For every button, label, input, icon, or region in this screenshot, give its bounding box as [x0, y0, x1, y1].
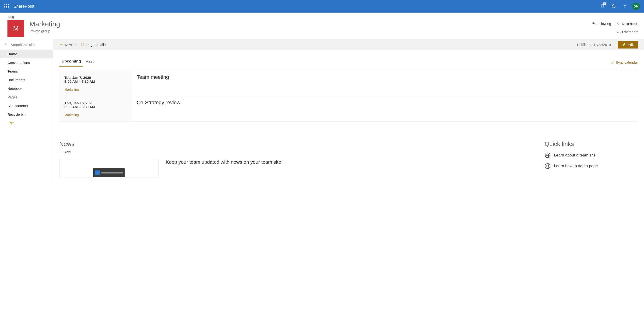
svg-point-0 [613, 6, 614, 7]
nav-teams[interactable]: Teams [0, 67, 53, 75]
nav-notebook[interactable]: Notebook [0, 84, 53, 93]
members-label: 9 members [621, 30, 638, 34]
event-title[interactable]: Q1 Strategy review [137, 100, 180, 121]
edit-page-button[interactable]: Edit [618, 41, 638, 48]
person-icon [616, 30, 620, 34]
quick-link-label: Learn how to add a page [554, 164, 598, 168]
page-details-button[interactable]: Page details [81, 43, 106, 47]
notifications-icon[interactable]: 2 [597, 1, 608, 12]
news-illustration [59, 159, 159, 177]
search-input[interactable] [11, 43, 48, 47]
event-row[interactable]: Thu, Jan 16, 2020 5:00 AM – 5:30 AM Mark… [59, 96, 638, 121]
globe-icon [544, 163, 551, 169]
events-tabs: Upcoming Past Sync calendar [59, 58, 638, 67]
quick-link-item[interactable]: Learn about a team site [544, 150, 638, 161]
search-icon [5, 43, 8, 46]
nav-pages[interactable]: Pages [0, 93, 53, 101]
star-icon: ★ [592, 21, 595, 26]
nav-home[interactable]: Home [0, 50, 53, 58]
sync-calendar-button[interactable]: Sync calendar [610, 60, 638, 64]
event-title[interactable]: Team meeting [137, 74, 169, 96]
plus-icon [59, 150, 63, 154]
nav-edit[interactable]: Edit [0, 119, 53, 127]
svg-point-3 [5, 43, 7, 45]
chevron-down-icon [72, 151, 75, 153]
event-card: Tue, Jan 7, 2020 5:00 AM – 5:30 AM Marke… [59, 71, 132, 96]
news-add-button[interactable]: Add [59, 150, 75, 154]
pencil-icon [622, 43, 626, 46]
event-category[interactable]: Marketing [64, 113, 126, 117]
chevron-down-icon [74, 43, 76, 46]
event-time: 5:00 AM – 5:30 AM [64, 79, 126, 83]
page-details-label: Page details [86, 43, 106, 47]
news-title: News [59, 140, 530, 148]
svg-point-4 [82, 44, 83, 45]
notification-badge: 2 [603, 2, 606, 5]
next-steps-button[interactable]: Next steps [617, 22, 638, 26]
event-time: 5:00 AM – 5:30 AM [64, 105, 126, 109]
quick-link-item[interactable]: Learn how to add a page [544, 161, 638, 171]
new-button[interactable]: New [59, 43, 76, 47]
members-button[interactable]: 9 members [616, 30, 638, 34]
new-label: New [65, 43, 72, 47]
svg-point-2 [617, 30, 618, 32]
app-header: SharePoint 2 QM [0, 0, 644, 12]
news-section: News Add Keep your team upd [59, 140, 530, 177]
nav-recycle-bin[interactable]: Recycle bin [0, 110, 53, 119]
event-row[interactable]: Tue, Jan 7, 2020 5:00 AM – 5:30 AM Marke… [59, 71, 638, 96]
news-blurb: Keep your team updated with news on your… [166, 159, 530, 165]
search-box[interactable] [0, 39, 53, 50]
gear-icon [81, 43, 84, 46]
sync-icon [610, 60, 614, 64]
event-category[interactable]: Marketing [64, 88, 126, 91]
events-list: Tue, Jan 7, 2020 5:00 AM – 5:30 AM Marke… [59, 71, 638, 122]
quick-links-title: Quick links [544, 140, 638, 148]
following-button[interactable]: ★ Following [592, 21, 611, 26]
nav-conversations[interactable]: Conversations [0, 58, 53, 67]
published-date: Published 12/22/2019 [577, 43, 611, 47]
waffle-icon[interactable] [2, 2, 11, 10]
site-privacy: Private group [30, 29, 60, 33]
sync-label: Sync calendar [616, 60, 638, 64]
site-header-area: Blog [0, 12, 644, 19]
main-area: New Page details Published 12/22/2019 Ed… [53, 39, 644, 182]
site-header: M Marketing Private group ★ Following Ne… [0, 20, 644, 39]
tab-upcoming[interactable]: Upcoming [59, 58, 83, 67]
event-date: Thu, Jan 16, 2020 [64, 101, 126, 105]
nav-documents[interactable]: Documents [0, 75, 53, 84]
settings-icon[interactable] [608, 1, 619, 12]
plus-icon [59, 43, 63, 46]
event-date: Tue, Jan 7, 2020 [64, 75, 126, 79]
command-bar: New Page details Published 12/22/2019 Ed… [53, 39, 644, 50]
left-panel: Home Conversations Teams Documents Noteb… [0, 39, 53, 182]
nav-site-contents[interactable]: Site contents [0, 101, 53, 110]
following-label: Following [596, 22, 611, 26]
blog-label[interactable]: Blog [8, 15, 638, 19]
event-card: Thu, Jan 16, 2020 5:00 AM – 5:30 AM Mark… [59, 96, 132, 121]
app-name[interactable]: SharePoint [14, 4, 34, 9]
news-add-label: Add [64, 150, 71, 154]
site-logo[interactable]: M [8, 20, 24, 37]
site-title: Marketing [30, 20, 60, 28]
user-avatar[interactable]: QM [632, 2, 640, 10]
edit-label: Edit [628, 43, 634, 47]
tab-past[interactable]: Past [83, 58, 96, 67]
help-icon[interactable] [619, 1, 630, 12]
quick-link-label: Learn about a team site [554, 153, 596, 158]
globe-icon [544, 152, 551, 158]
quick-links-section: Quick links Learn about a team site Lear… [544, 140, 638, 177]
next-steps-label: Next steps [622, 22, 638, 26]
bottom-row: News Add Keep your team upd [59, 140, 638, 177]
nav-list: Home Conversations Teams Documents Noteb… [0, 50, 53, 127]
megaphone-icon [617, 22, 620, 25]
